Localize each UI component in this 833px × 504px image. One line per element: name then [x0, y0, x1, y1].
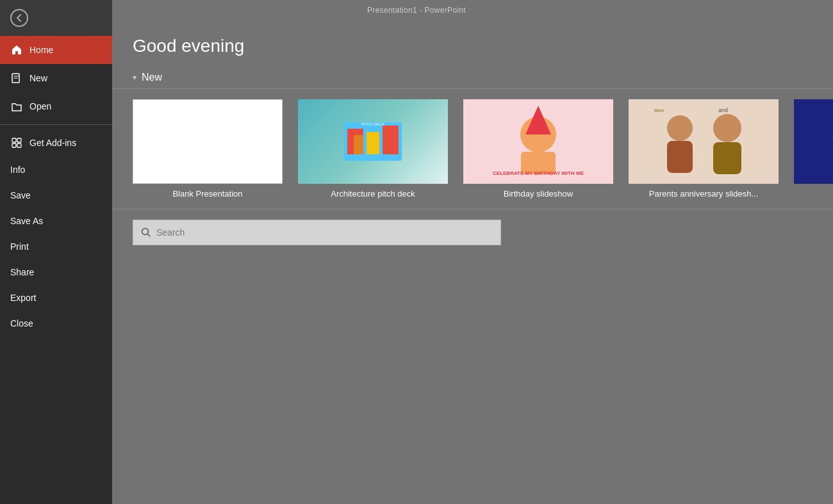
parents-thumb-visual: Mom and [629, 99, 779, 184]
template-parents[interactable]: Mom and Parents anniversary slidesh... [629, 99, 779, 199]
new-section-title: New [142, 72, 162, 83]
templates-grid: Blank Presentation PITCH DECK [112, 89, 833, 209]
app-container: Presentation1 - PowerPoint Home [0, 0, 833, 504]
search-bar [133, 220, 501, 245]
sidebar-label-new: New [29, 73, 47, 83]
template-label-graduation: Graduation slid... [794, 189, 833, 199]
collapse-icon[interactable]: ▾ [133, 73, 136, 82]
template-label-parents: Parents anniversary slidesh... [629, 189, 779, 199]
svg-rect-2 [17, 138, 21, 142]
sidebar: Home New Open [0, 0, 112, 504]
template-thumb-graduation: Cl [794, 99, 833, 184]
template-label-birthday: Birthday slideshow [463, 189, 613, 199]
template-arch[interactable]: PITCH DECK Architecture pitch deck [298, 99, 448, 199]
sidebar-item-export[interactable]: Export [0, 285, 112, 311]
back-button[interactable] [0, 0, 112, 36]
svg-line-31 [148, 234, 151, 237]
home-icon [10, 44, 23, 56]
arch-thumb-visual: PITCH DECK [298, 99, 448, 184]
svg-rect-8 [367, 132, 379, 154]
sidebar-item-open[interactable]: Open [0, 92, 112, 120]
svg-point-17 [667, 115, 693, 141]
template-label-arch: Architecture pitch deck [298, 189, 448, 199]
svg-rect-16 [629, 99, 779, 184]
sidebar-item-print[interactable]: Print [0, 234, 112, 259]
svg-point-19 [713, 114, 741, 142]
svg-rect-1 [12, 138, 16, 142]
sidebar-label-open: Open [29, 101, 51, 111]
svg-rect-7 [354, 135, 363, 154]
sidebar-item-close[interactable]: Close [0, 311, 112, 336]
graduation-thumb-visual: Cl [794, 99, 833, 184]
back-icon [10, 9, 28, 27]
sidebar-item-save[interactable]: Save [0, 183, 112, 208]
new-icon [10, 72, 23, 85]
template-birthday[interactable]: CELEBRATE MY BIRTHDAY WITH ME Birthday s… [463, 99, 613, 199]
sidebar-divider [0, 124, 112, 125]
svg-text:Mom: Mom [654, 108, 664, 113]
template-thumb-birthday: CELEBRATE MY BIRTHDAY WITH ME [463, 99, 613, 184]
open-icon [10, 100, 23, 113]
sidebar-label-addins: Get Add-ins [29, 138, 76, 148]
svg-rect-23 [794, 99, 833, 184]
search-section [112, 209, 833, 256]
template-thumb-arch: PITCH DECK [298, 99, 448, 184]
search-input[interactable] [156, 227, 493, 238]
template-blank[interactable]: Blank Presentation [133, 99, 283, 199]
main-content: Good evening ▾ New Blank Presentation [112, 0, 833, 504]
sidebar-item-addins[interactable]: Get Add-ins [0, 129, 112, 157]
svg-text:PITCH DECK: PITCH DECK [361, 122, 384, 126]
template-thumb-blank [133, 99, 283, 184]
svg-rect-9 [383, 126, 399, 154]
template-thumb-parents: Mom and [629, 99, 779, 184]
template-graduation[interactable]: Cl Graduation slid... [794, 99, 833, 199]
template-label-blank: Blank Presentation [133, 189, 283, 199]
sidebar-item-share[interactable]: Share [0, 259, 112, 285]
birthday-thumb-visual: CELEBRATE MY BIRTHDAY WITH ME [463, 99, 613, 184]
sidebar-label-home: Home [29, 45, 53, 55]
addins-icon [10, 136, 23, 149]
sidebar-item-home[interactable]: Home [0, 36, 112, 64]
svg-rect-20 [713, 142, 741, 174]
greeting: Good evening [112, 20, 833, 67]
new-section-header: ▾ New [112, 67, 833, 88]
sidebar-item-saveas[interactable]: Save As [0, 208, 112, 234]
svg-text:and: and [718, 107, 728, 113]
svg-rect-18 [667, 141, 693, 173]
svg-rect-4 [17, 143, 21, 147]
svg-rect-3 [12, 143, 16, 147]
sidebar-item-info[interactable]: Info [0, 157, 112, 183]
sidebar-item-new[interactable]: New [0, 64, 112, 92]
svg-text:CELEBRATE MY BIRTHDAY WITH ME: CELEBRATE MY BIRTHDAY WITH ME [493, 170, 584, 176]
search-icon [141, 227, 151, 238]
